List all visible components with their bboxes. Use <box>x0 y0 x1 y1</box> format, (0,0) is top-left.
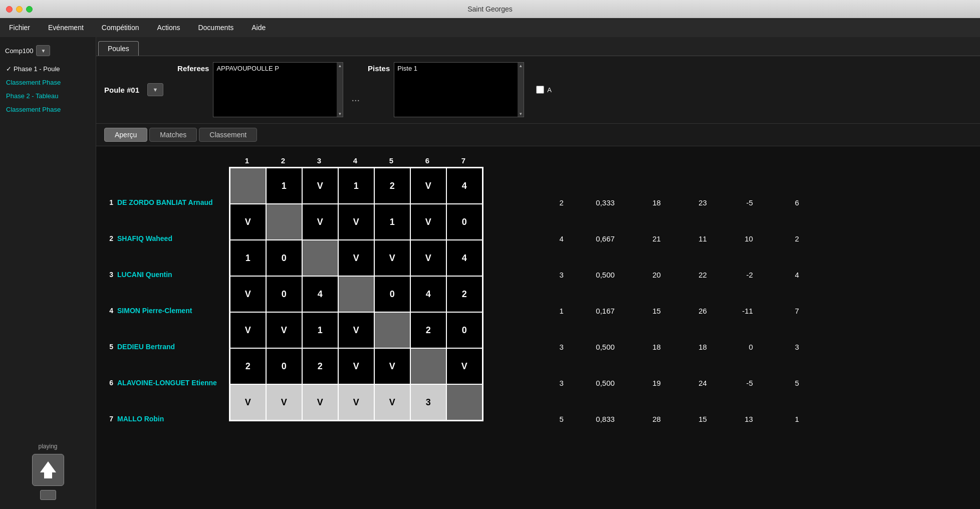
sidebar-scroll-down-button[interactable] <box>40 490 56 500</box>
matrix-cell <box>410 348 446 384</box>
stats-section: 2 0,333 18 23 -5 6 4 0,667 21 11 10 2 3 … <box>534 184 799 437</box>
pistes-scroll-up-icon[interactable]: ▲ <box>519 64 523 68</box>
matrix-cell <box>374 312 410 348</box>
col-header: 2 <box>265 156 301 167</box>
stat-ratio: 0,833 <box>580 415 615 423</box>
pistes-label: Pistes <box>368 64 390 73</box>
stat-wins: 5 <box>534 415 564 423</box>
player-number: 1 <box>106 198 113 206</box>
player-row: 3 LUCANI Quentin <box>106 257 217 293</box>
matrix-cell: V <box>338 204 374 240</box>
matrix-cell: V <box>410 204 446 240</box>
matrix-cell: 2 <box>446 276 482 312</box>
poule-label: Poule #01 <box>104 86 139 94</box>
matrix-cell: V <box>230 312 266 348</box>
ellipsis-button[interactable]: ··· <box>351 94 360 106</box>
stat-ratio: 0,333 <box>580 198 615 207</box>
stat-rank: 5 <box>769 379 799 387</box>
piste-checkbox[interactable] <box>536 86 544 94</box>
piste-checkbox-label: A <box>547 86 552 94</box>
referees-box: APPAVOUPOULLE P ▲ ▼ <box>213 62 343 117</box>
matrix-cell: 2 <box>410 312 446 348</box>
stat-ts: 28 <box>631 415 661 423</box>
matrix-row: 202VVV <box>230 348 482 384</box>
scroll-up-icon[interactable]: ▲ <box>338 64 342 68</box>
stats-row: 2 0,333 18 23 -5 6 <box>534 184 799 220</box>
stats-row: 1 0,167 15 26 -11 7 <box>534 293 799 329</box>
playing-label: playing <box>38 443 57 450</box>
pistes-scroll-down-icon[interactable]: ▼ <box>519 112 523 116</box>
scroll-down-icon[interactable]: ▼ <box>338 112 342 116</box>
tab-poules[interactable]: Poules <box>98 41 139 56</box>
matrix-cell: 2 <box>230 348 266 384</box>
upload-button[interactable] <box>32 454 64 486</box>
stat-diff: -11 <box>723 307 753 315</box>
matrix-row: 10VVV4 <box>230 240 482 276</box>
stat-wins: 3 <box>534 343 564 351</box>
maximize-button[interactable] <box>26 6 33 13</box>
stats-row: 3 0,500 20 22 -2 4 <box>534 257 799 293</box>
stat-tr: 22 <box>677 271 707 279</box>
matrix-cell: V <box>266 312 302 348</box>
stat-diff: 13 <box>723 415 753 423</box>
referee-name: APPAVOUPOULLE P <box>213 63 343 74</box>
menu-actions[interactable]: Actions <box>154 22 183 34</box>
matrix-cell: V <box>338 312 374 348</box>
tab-matches[interactable]: Matches <box>149 128 197 142</box>
stat-ts: 19 <box>631 379 661 387</box>
checkmark-icon: ✓ <box>6 65 12 73</box>
menu-fichier[interactable]: Fichier <box>6 22 33 34</box>
matrix-cell: V <box>230 384 266 420</box>
matrix-cell: V <box>302 204 338 240</box>
stat-rank: 1 <box>769 415 799 423</box>
sidebar-item-phase1[interactable]: ✓ Phase 1 - Poule <box>0 62 96 76</box>
piste-name: Piste 1 <box>394 63 524 74</box>
minimize-button[interactable] <box>16 6 23 13</box>
tab-classement[interactable]: Classement <box>199 128 257 142</box>
close-button[interactable] <box>6 6 13 13</box>
matrix-cell: V <box>230 276 266 312</box>
traffic-lights <box>6 6 33 13</box>
stat-rank: 4 <box>769 271 799 279</box>
player-name: SHAFIQ Waheed <box>117 234 172 242</box>
tab-apercu[interactable]: Aperçu <box>104 128 147 142</box>
matrix-cell: V <box>302 384 338 420</box>
stat-wins: 1 <box>534 307 564 315</box>
pistes-scrollbar[interactable]: ▲ ▼ <box>518 63 524 117</box>
sidebar-item-phase2[interactable]: Phase 2 - Tableau <box>0 89 96 103</box>
player-number: 6 <box>106 379 113 387</box>
sidebar-scroll-area <box>0 116 96 438</box>
main-container: Comp100 ▼ ✓ Phase 1 - Poule Classement P… <box>0 37 980 509</box>
stat-tr: 23 <box>677 198 707 207</box>
matrix-cell: V <box>266 384 302 420</box>
player-number: 4 <box>106 307 113 315</box>
matrix-cell: V <box>302 168 338 204</box>
referees-scrollbar[interactable]: ▲ ▼ <box>337 63 343 117</box>
menu-bar: Fichier Evénement Compétition Actions Do… <box>0 18 980 37</box>
player-name: LUCANI Quentin <box>117 271 172 279</box>
sidebar-dropdown-button[interactable]: ▼ <box>36 45 50 56</box>
matrix-cell <box>338 276 374 312</box>
matrix-cell: V <box>338 384 374 420</box>
menu-competition[interactable]: Compétition <box>99 22 142 34</box>
stat-rank: 2 <box>769 234 799 243</box>
stats-row: 5 0,833 28 15 13 1 <box>534 401 799 437</box>
sidebar-item-classement2[interactable]: Classement Phase <box>0 103 96 116</box>
poule-dropdown-button[interactable]: ▼ <box>147 83 163 96</box>
menu-aide[interactable]: Aide <box>249 22 269 34</box>
menu-documents[interactable]: Documents <box>195 22 236 34</box>
stat-rank: 7 <box>769 307 799 315</box>
matrix-cell: 0 <box>266 348 302 384</box>
sidebar-item-classement1[interactable]: Classement Phase <box>0 76 96 89</box>
tab-bar: Poules <box>96 37 980 56</box>
player-row: 4 SIMON Pierre-Clement <box>106 293 217 329</box>
matrix-cell <box>266 204 302 240</box>
matrix-cell: V <box>338 240 374 276</box>
player-row: 2 SHAFIQ Waheed <box>106 220 217 257</box>
menu-evenement[interactable]: Evénement <box>45 22 87 34</box>
title-bar: Saint Georges <box>0 0 980 18</box>
stat-diff: -2 <box>723 271 753 279</box>
player-number: 3 <box>106 271 113 279</box>
matrix-row: VV1V20 <box>230 312 482 348</box>
matrix-cell: 4 <box>302 276 338 312</box>
